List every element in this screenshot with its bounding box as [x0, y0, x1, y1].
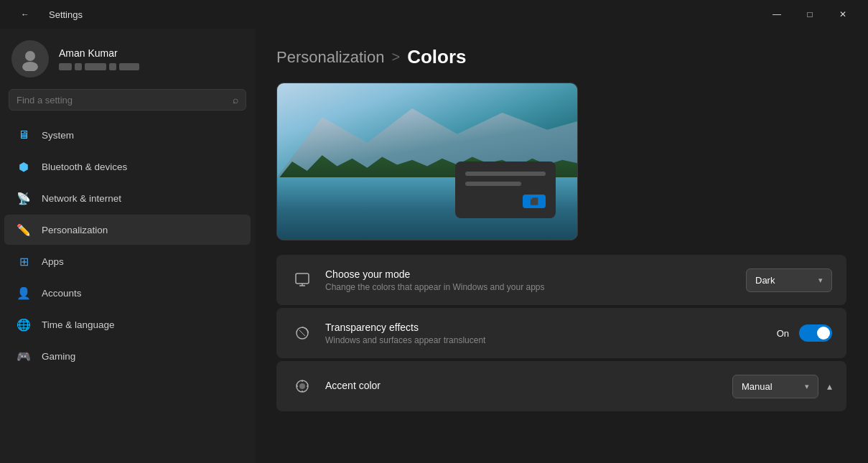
mode-subtitle: Change the colors that appear in Windows… — [325, 282, 734, 292]
breadcrumb-parent[interactable]: Personalization — [276, 48, 384, 67]
transparency-title: Transparency effects — [325, 322, 765, 333]
transparency-text: Transparency effects Windows and surface… — [325, 322, 765, 345]
transparency-subtitle: Windows and surfaces appear translucent — [325, 335, 765, 345]
window-controls: — □ ✕ — [760, 3, 859, 26]
svg-point-1 — [22, 62, 38, 71]
close-button[interactable]: ✕ — [826, 3, 859, 26]
app-title: Settings — [49, 9, 83, 20]
sidebar-item-apps[interactable]: ⊞ Apps — [4, 246, 251, 276]
transparency-card: Transparency effects Windows and surface… — [276, 308, 846, 358]
system-icon: 🖥 — [16, 127, 32, 143]
user-bar-1 — [59, 63, 72, 70]
user-bar-3 — [85, 63, 106, 70]
accent-control: Manual ▾ ▴ — [732, 375, 832, 398]
network-icon: 📡 — [16, 190, 32, 206]
user-bar-4 — [109, 63, 116, 70]
accent-icon — [291, 375, 314, 398]
accent-text: Accent color — [325, 380, 721, 393]
content-area: Personalization > Colors ⬛ — [255, 29, 868, 463]
sidebar-item-label-personalization: Personalization — [42, 225, 108, 235]
mode-icon — [291, 268, 314, 291]
sidebar-item-label-bluetooth: Bluetooth & devices — [42, 162, 127, 172]
toggle-knob — [817, 327, 830, 340]
preview-landscape: ⬛ — [277, 83, 577, 240]
svg-point-0 — [25, 51, 35, 61]
maximize-button[interactable]: □ — [793, 3, 826, 26]
transparency-toggle-label: On — [777, 328, 789, 339]
back-button[interactable]: ← — [9, 3, 42, 26]
sidebar-item-personalization[interactable]: ✏️ Personalization — [4, 215, 251, 245]
user-bar-2 — [75, 63, 82, 70]
search-box[interactable]: ⌕ — [9, 89, 246, 111]
dialog-line-1 — [465, 172, 546, 176]
preview-container: ⬛ — [276, 83, 578, 240]
svg-point-7 — [299, 383, 305, 389]
mode-dropdown-value: Dark — [755, 275, 775, 286]
user-bars — [59, 63, 139, 70]
dialog-line-2 — [465, 182, 521, 186]
mode-text: Choose your mode Change the colors that … — [325, 268, 734, 292]
transparency-toggle[interactable] — [799, 324, 832, 342]
breadcrumb-separator: > — [391, 49, 400, 65]
accounts-icon: 👤 — [16, 285, 32, 301]
preview-dialog: ⬛ — [455, 162, 556, 218]
user-bar-5 — [119, 63, 139, 70]
app-body: Aman Kumar ⌕ 🖥 System ⬢ Bluetooth & devi — [0, 29, 868, 463]
personalization-icon: ✏️ — [16, 222, 32, 238]
sidebar-item-network[interactable]: 📡 Network & internet — [4, 183, 251, 213]
mode-control: Dark ▾ — [746, 268, 832, 292]
accent-expand-button[interactable]: ▴ — [827, 380, 832, 392]
mode-card: Choose your mode Change the colors that … — [276, 255, 846, 305]
apps-icon: ⊞ — [16, 253, 32, 269]
avatar — [11, 40, 49, 78]
transparency-icon — [291, 322, 314, 345]
accent-card: Accent color Manual ▾ ▴ — [276, 361, 846, 411]
accent-title: Accent color — [325, 380, 721, 391]
sidebar-item-label-accounts: Accounts — [42, 288, 82, 299]
mode-dropdown[interactable]: Dark ▾ — [746, 268, 832, 292]
sidebar-item-gaming[interactable]: 🎮 Gaming — [4, 341, 251, 371]
sidebar-item-accounts[interactable]: 👤 Accounts — [4, 278, 251, 308]
svg-rect-2 — [296, 273, 309, 284]
bluetooth-icon: ⬢ — [16, 159, 32, 174]
sidebar-item-time[interactable]: 🌐 Time & language — [4, 309, 251, 340]
time-icon: 🌐 — [16, 317, 32, 332]
search-input[interactable] — [17, 95, 227, 106]
sidebar: Aman Kumar ⌕ 🖥 System ⬢ Bluetooth & devi — [0, 29, 255, 463]
sidebar-item-system[interactable]: 🖥 System — [4, 120, 251, 150]
user-name: Aman Kumar — [59, 47, 139, 59]
breadcrumb: Personalization > Colors — [276, 46, 846, 68]
sidebar-item-label-time: Time & language — [42, 319, 115, 330]
sidebar-item-label-apps: Apps — [42, 256, 64, 267]
sidebar-item-bluetooth[interactable]: ⬢ Bluetooth & devices — [4, 151, 251, 182]
sidebar-item-label-system: System — [42, 130, 74, 141]
titlebar-left: ← Settings — [9, 3, 83, 26]
sidebar-item-label-gaming: Gaming — [42, 351, 75, 362]
transparency-control: On — [777, 324, 832, 342]
accent-dropdown-arrow: ▾ — [805, 382, 809, 391]
search-icon: ⌕ — [233, 94, 238, 106]
accent-dropdown-value: Manual — [742, 381, 773, 392]
mode-title: Choose your mode — [325, 268, 734, 280]
mode-dropdown-arrow: ▾ — [818, 276, 823, 285]
user-section: Aman Kumar — [0, 29, 255, 86]
user-info: Aman Kumar — [59, 47, 139, 70]
sidebar-item-label-network: Network & internet — [42, 193, 121, 204]
accent-dropdown[interactable]: Manual ▾ — [732, 375, 818, 398]
titlebar: ← Settings — □ ✕ — [0, 0, 868, 29]
minimize-button[interactable]: — — [760, 3, 793, 26]
gaming-icon: 🎮 — [16, 348, 32, 364]
breadcrumb-current: Colors — [407, 46, 466, 68]
dialog-button: ⬛ — [523, 195, 546, 208]
